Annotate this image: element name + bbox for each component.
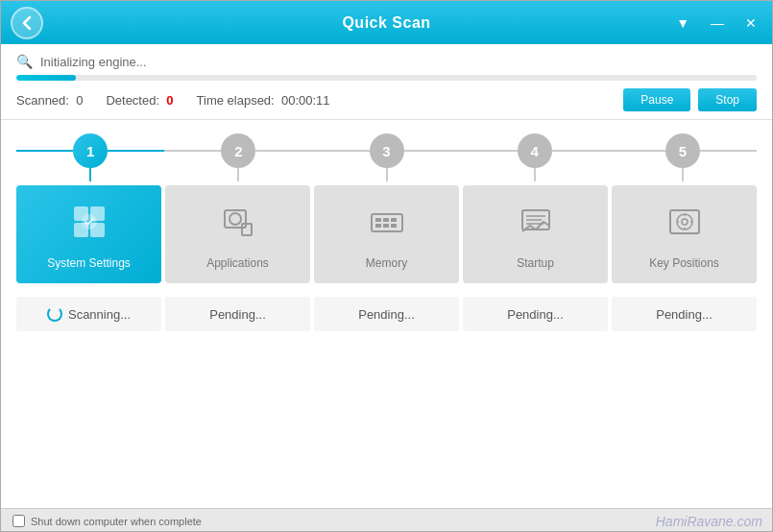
vdot-1: [89, 168, 91, 181]
step-circle-4: 4: [518, 133, 552, 168]
step-label-1: System Settings: [47, 256, 131, 270]
step-circle-2: 2: [221, 133, 255, 168]
window-title: Quick Scan: [342, 14, 430, 32]
status-line: 🔍 Initializing engine...: [16, 54, 757, 69]
status-text-4: Pending...: [507, 307, 564, 322]
back-icon: [19, 15, 35, 31]
scan-buttons: Pause Stop: [623, 88, 757, 111]
vdot-5: [682, 168, 684, 181]
shutdown-checkbox[interactable]: [12, 515, 25, 527]
progress-bar-fill: [16, 75, 76, 81]
status-cell-3: Pending...: [314, 297, 459, 331]
line-4-left: [461, 150, 518, 152]
step-card-4: Startup: [463, 185, 608, 283]
svg-point-6: [229, 213, 241, 225]
step-card-3: Memory: [314, 185, 459, 283]
step-col-5: 5: [609, 133, 757, 168]
step-col-2: 2: [164, 133, 312, 168]
status-cell-2: Pending...: [165, 297, 310, 331]
vdot-3: [386, 168, 388, 181]
svg-point-21: [682, 219, 688, 225]
line-5-right: [700, 150, 757, 152]
step-card-5: Key Positions: [612, 185, 757, 283]
step-circle-5: 5: [665, 133, 700, 168]
status-text-2: Pending...: [209, 307, 266, 322]
scanned-label: Scanned: 0: [16, 93, 83, 108]
status-text-5: Pending...: [656, 307, 713, 322]
line-5-left: [609, 150, 665, 152]
step-circle-3: 3: [370, 133, 404, 168]
scan-status-text: Initializing engine...: [40, 55, 147, 69]
svg-rect-13: [383, 224, 389, 228]
line-4-right: [552, 150, 609, 152]
svg-rect-12: [375, 224, 381, 228]
stop-button[interactable]: Stop: [698, 88, 757, 111]
line-2-right: [255, 150, 312, 152]
window-controls: ▼ — ✕: [670, 12, 762, 35]
status-cell-4: Pending...: [463, 297, 608, 331]
back-button[interactable]: [11, 7, 43, 39]
main-content: 1 2 3 4: [1, 120, 772, 508]
scan-stats: Scanned: 0 Detected: 0 Time elapsed: 00:…: [16, 93, 330, 108]
status-text-3: Pending...: [358, 307, 415, 322]
step-label-2: Applications: [206, 256, 269, 270]
close-icon[interactable]: ✕: [739, 12, 762, 35]
detected-label: Detected: 0: [106, 93, 173, 108]
step-label-5: Key Positions: [649, 256, 719, 270]
scan-controls: Scanned: 0 Detected: 0 Time elapsed: 00:…: [16, 88, 757, 111]
step-icon-4: [517, 203, 555, 249]
svg-rect-14: [391, 224, 397, 228]
step-col-3: 3: [312, 133, 460, 168]
spinner-1: [47, 306, 62, 322]
svg-rect-11: [391, 218, 397, 222]
step-icon-5: [665, 203, 704, 249]
search-icon: 🔍: [16, 54, 33, 69]
dot-connectors: [16, 168, 757, 181]
status-row: Scanning... Pending... Pending... Pendin…: [16, 297, 757, 331]
steps-grid: System Settings Applications: [16, 185, 757, 283]
svg-rect-8: [372, 214, 402, 231]
watermark: HamiRavane.com: [656, 514, 762, 529]
status-text-1: Scanning...: [68, 307, 131, 322]
title-bar: Quick Scan ▼ — ✕: [1, 1, 772, 44]
menu-icon[interactable]: ▼: [670, 12, 695, 35]
step-card-1: System Settings: [16, 185, 161, 283]
line-3-right: [404, 150, 461, 152]
step-col-4: 4: [461, 133, 609, 168]
line-2-left: [164, 150, 221, 152]
time-label: Time elapsed: 00:00:11: [197, 93, 330, 108]
step-icon-3: [368, 203, 406, 249]
vdot-4: [534, 168, 536, 181]
status-cell-1: Scanning...: [16, 297, 161, 331]
step-icon-1: [70, 203, 109, 249]
pause-button[interactable]: Pause: [623, 88, 690, 111]
steps-numbers-row: 1 2 3 4: [16, 133, 757, 168]
step-circle-1: 1: [73, 133, 108, 168]
status-cell-5: Pending...: [612, 297, 757, 331]
scan-area: 🔍 Initializing engine... Scanned: 0 Dete…: [1, 44, 772, 120]
svg-rect-10: [383, 218, 389, 222]
line-1-left: [16, 150, 73, 152]
step-col-1: 1: [16, 133, 164, 168]
svg-rect-9: [375, 218, 381, 222]
step-icon-2: [219, 203, 257, 249]
line-3-left: [312, 150, 369, 152]
step-label-4: Startup: [517, 256, 554, 270]
line-1-right: [108, 150, 164, 152]
progress-bar-container: [16, 75, 757, 81]
shutdown-label: Shut down computer when complete: [31, 516, 202, 527]
step-label-3: Memory: [366, 256, 407, 270]
bottom-bar: Shut down computer when complete HamiRav…: [1, 508, 772, 532]
vdot-2: [237, 168, 239, 181]
minimize-icon[interactable]: —: [705, 12, 730, 35]
svg-point-20: [677, 214, 692, 230]
step-card-2: Applications: [165, 185, 310, 283]
